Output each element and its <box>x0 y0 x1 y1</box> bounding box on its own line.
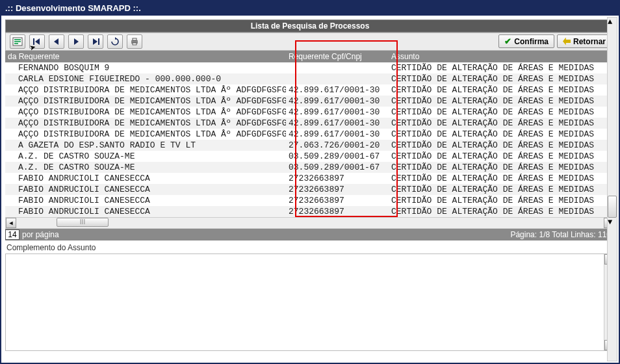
cell-assunto: CERTIDÃO DE ALTERAÇÃO DE ÁREAS E MEDIDAS <box>389 174 615 183</box>
cell-requerente: FABIO ANDRUCIOLI CANESECCA <box>5 207 286 216</box>
cell-cpf: 42.899.617/0001-30 <box>286 107 389 117</box>
return-label: Retornar <box>573 37 606 46</box>
table-row[interactable]: FABIO ANDRUCIOLI CANESECCA27232663897CER… <box>5 195 615 206</box>
cell-cpf: 27232663897 <box>286 185 389 194</box>
col-header-prefix: da <box>8 52 16 61</box>
table-row[interactable]: FABIO ANDRUCIOLI CANESECCA27232663897CER… <box>5 206 615 217</box>
complement-label: Complemento do Assunto <box>5 240 615 254</box>
return-arrow-icon <box>563 38 571 46</box>
cell-assunto: CERTIDÃO DE ALTERAÇÃO DE ÁREAS E MEDIDAS <box>389 185 615 194</box>
table-row[interactable]: CARLA EDSIONE FIGUEIREDO - 000.000.000-0… <box>5 73 615 84</box>
content-area: Lista de Pesquisa de Processos <box>1 16 619 355</box>
svg-rect-1 <box>14 39 21 40</box>
refresh-icon <box>110 37 120 46</box>
svg-rect-3 <box>14 43 18 44</box>
panel-title-text: Lista de Pesquisa de Processos <box>251 21 370 31</box>
svg-rect-4 <box>33 38 34 45</box>
cell-requerente: A GAZETA DO ESP.SANTO RADIO E TV LT <box>5 140 286 150</box>
first-icon <box>33 38 41 45</box>
table-row[interactable]: AÇÇO DISTRIBUIDORA DE MEDICAMENTOS LTDA … <box>5 129 615 140</box>
hscroll-left-arrow[interactable]: ◄ <box>6 218 16 228</box>
horizontal-scrollbar[interactable]: ◄ III ► <box>5 217 615 229</box>
cell-assunto: CERTIDÃO DE ALTERAÇÃO DE ÁREAS E MEDIDAS <box>389 140 615 150</box>
table-row[interactable]: FERNANDO BOSQUIM 9CERTIDÃO DE ALTERAÇÃO … <box>5 62 615 73</box>
cell-assunto: CERTIDÃO DE ALTERAÇÃO DE ÁREAS E MEDIDAS <box>389 63 615 73</box>
nav-next-button[interactable] <box>68 34 84 49</box>
cell-cpf: 42.899.617/0001-30 <box>286 96 389 106</box>
cell-requerente: AÇÇO DISTRIBUIDORA DE MEDICAMENTOS LTDA … <box>5 118 286 128</box>
cell-assunto: CERTIDÃO DE ALTERAÇÃO DE ÁREAS E MEDIDAS <box>389 129 615 139</box>
outer-vscroll-track[interactable] <box>608 27 617 218</box>
outer-vertical-scrollbar[interactable]: ▲ ▼ <box>607 17 617 361</box>
rows-per-page-input[interactable] <box>5 229 19 240</box>
col-header-requerente-label: Requerente <box>19 52 60 61</box>
cell-cpf: 27232663897 <box>286 196 389 205</box>
cell-requerente: FERNANDO BOSQUIM 9 <box>5 63 286 73</box>
svg-rect-12 <box>133 38 136 40</box>
titlebar: .:: Desenvolvimento SMARAPD ::. <box>1 1 619 16</box>
cell-assunto: CERTIDÃO DE ALTERAÇÃO DE ÁREAS E MEDIDAS <box>389 96 615 106</box>
svg-rect-9 <box>98 38 99 45</box>
outer-vscroll-up[interactable]: ▲ <box>608 18 617 27</box>
complement-textarea[interactable]: ▲ ▼ <box>5 254 615 351</box>
rows-per-page-label: por página <box>22 230 59 239</box>
cell-assunto: CERTIDÃO DE ALTERAÇÃO DE ÁREAS E MEDIDAS <box>389 118 615 128</box>
last-icon <box>92 38 99 45</box>
cell-requerente: CARLA EDSIONE FIGUEIREDO - 000.000.000-0 <box>5 74 286 84</box>
table-row[interactable]: AÇÇO DISTRIBUIDORA DE MEDICAMENTOS LTDA … <box>5 107 615 118</box>
table-row[interactable]: FABIO ANDRUCIOLI CANESECCA27232663897CER… <box>5 173 615 184</box>
svg-marker-7 <box>74 38 79 45</box>
table-row[interactable]: AÇÇO DISTRIBUIDORA DE MEDICAMENTOS LTDA … <box>5 96 615 107</box>
table-row[interactable]: AÇÇO DISTRIBUIDORA DE MEDICAMENTOS LTDA … <box>5 118 615 129</box>
hscroll-thumb[interactable]: III <box>57 218 109 227</box>
cell-cpf: 27232663897 <box>286 207 389 216</box>
cell-requerente: AÇÇO DISTRIBUIDORA DE MEDICAMENTOS LTDA … <box>5 96 286 106</box>
cell-cpf: 03.509.289/0001-67 <box>286 162 389 172</box>
outer-vscroll-thumb[interactable] <box>608 196 617 218</box>
app-window: .:: Desenvolvimento SMARAPD ::. Lista de… <box>0 0 620 364</box>
cell-cpf: 42.899.617/0001-30 <box>286 85 389 95</box>
hscroll-track[interactable]: III <box>16 218 604 228</box>
sql-icon <box>12 37 23 46</box>
cell-assunto: CERTIDÃO DE ALTERAÇÃO DE ÁREAS E MEDIDAS <box>389 74 615 84</box>
cell-assunto: CERTIDÃO DE ALTERAÇÃO DE ÁREAS E MEDIDAS <box>389 207 615 216</box>
refresh-button[interactable] <box>107 34 123 49</box>
svg-rect-13 <box>133 43 136 45</box>
cell-assunto: CERTIDÃO DE ALTERAÇÃO DE ÁREAS E MEDIDAS <box>389 196 615 205</box>
table-header: da Requerente Requerente Cpf/Cnpj Assunt… <box>5 51 615 62</box>
table-row[interactable]: A GAZETA DO ESP.SANTO RADIO E TV LT27.06… <box>5 140 615 151</box>
print-button[interactable] <box>127 34 142 49</box>
cell-cpf: 27232663897 <box>286 174 389 183</box>
table-row[interactable]: AÇÇO DISTRIBUIDORA DE MEDICAMENTOS LTDA … <box>5 84 615 96</box>
panel-title: Lista de Pesquisa de Processos <box>5 20 615 32</box>
outer-vscroll-down[interactable]: ▼ <box>608 218 617 227</box>
col-header-requerente[interactable]: da Requerente <box>5 52 286 61</box>
svg-marker-6 <box>54 38 58 45</box>
svg-marker-8 <box>93 38 97 45</box>
cell-requerente: A.Z. DE CASTRO SOUZA-ME <box>5 162 286 172</box>
cell-cpf: 42.899.617/0001-30 <box>286 118 389 128</box>
confirm-label: Confirma <box>514 37 549 46</box>
cell-requerente: A.Z. DE CASTRO SOUZA-ME <box>5 151 286 161</box>
toolbar: ✔ Confirma Retornar <box>5 32 615 51</box>
table-row[interactable]: A.Z. DE CASTRO SOUZA-ME03.509.289/0001-6… <box>5 162 615 173</box>
next-icon <box>73 38 79 45</box>
cell-cpf: 03.509.289/0001-67 <box>286 151 389 161</box>
nav-last-button[interactable] <box>88 34 103 49</box>
nav-first-button[interactable] <box>29 34 45 49</box>
col-header-assunto[interactable]: Assunto <box>389 52 615 61</box>
nav-prev-button[interactable] <box>49 34 64 49</box>
table-row[interactable]: FABIO ANDRUCIOLI CANESECCA27232663897CER… <box>5 184 615 195</box>
table-row[interactable]: A.Z. DE CASTRO SOUZA-ME03.509.289/0001-6… <box>5 151 615 162</box>
cell-assunto: CERTIDÃO DE ALTERAÇÃO DE ÁREAS E MEDIDAS <box>389 107 615 117</box>
cell-assunto: CERTIDÃO DE ALTERAÇÃO DE ÁREAS E MEDIDAS <box>389 151 615 161</box>
confirm-button[interactable]: ✔ Confirma <box>498 34 554 48</box>
cell-requerente: AÇÇO DISTRIBUIDORA DE MEDICAMENTOS LTDA … <box>5 129 286 139</box>
cell-requerente: FABIO ANDRUCIOLI CANESECCA <box>5 174 286 183</box>
return-button[interactable]: Retornar <box>557 34 612 48</box>
svg-marker-5 <box>35 38 40 45</box>
col-header-cpf[interactable]: Requerente Cpf/Cnpj <box>286 52 389 61</box>
cell-cpf: 42.899.617/0001-30 <box>286 129 389 139</box>
sql-button[interactable] <box>10 34 25 49</box>
print-icon <box>130 38 139 46</box>
